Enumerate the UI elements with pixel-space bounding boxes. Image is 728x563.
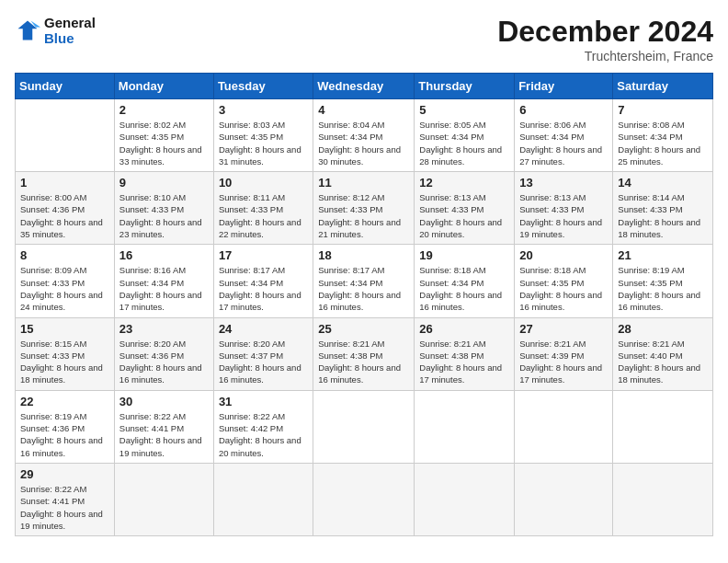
location: Truchtersheim, France [497,49,713,63]
calendar-cell: 12Sunrise: 8:13 AMSunset: 4:33 PMDayligh… [415,172,515,245]
day-info: Sunrise: 8:22 AMSunset: 4:41 PMDaylight:… [20,483,109,532]
day-number: 14 [618,176,708,190]
day-info: Sunrise: 8:17 AMSunset: 4:34 PMDaylight:… [219,264,308,313]
calendar-cell: 5Sunrise: 8:05 AMSunset: 4:34 PMDaylight… [415,99,515,172]
calendar-cell: 4Sunrise: 8:04 AMSunset: 4:34 PMDaylight… [313,99,415,172]
day-number: 26 [419,322,509,336]
day-number: 13 [519,176,608,190]
calendar-cell: 17Sunrise: 8:17 AMSunset: 4:34 PMDayligh… [213,245,313,317]
day-number: 3 [219,103,308,117]
day-info: Sunrise: 8:21 AMSunset: 4:39 PMDaylight:… [519,338,608,386]
header-day-sunday: Sunday [16,74,115,99]
calendar-cell: 13Sunrise: 8:13 AMSunset: 4:33 PMDayligh… [515,172,613,245]
calendar-cell [313,463,415,535]
calendar-cell [613,390,713,463]
calendar-cell: 21Sunrise: 8:19 AMSunset: 4:35 PMDayligh… [613,245,713,317]
calendar-cell: 23Sunrise: 8:20 AMSunset: 4:36 PMDayligh… [114,317,213,390]
day-info: Sunrise: 8:21 AMSunset: 4:38 PMDaylight:… [419,338,509,386]
calendar-week-5: 22Sunrise: 8:19 AMSunset: 4:36 PMDayligh… [16,390,713,463]
day-info: Sunrise: 8:18 AMSunset: 4:34 PMDaylight:… [419,264,509,313]
calendar-cell: 30Sunrise: 8:22 AMSunset: 4:41 PMDayligh… [114,390,213,463]
header-day-tuesday: Tuesday [213,74,313,99]
calendar-cell: 28Sunrise: 8:21 AMSunset: 4:40 PMDayligh… [613,317,713,390]
day-info: Sunrise: 8:13 AMSunset: 4:33 PMDaylight:… [519,191,608,240]
logo: General Blue [15,15,96,46]
day-number: 4 [318,103,409,117]
day-info: Sunrise: 8:03 AMSunset: 4:35 PMDaylight:… [219,119,308,167]
calendar-header-row: SundayMondayTuesdayWednesdayThursdayFrid… [16,74,713,99]
calendar-table: SundayMondayTuesdayWednesdayThursdayFrid… [15,73,713,536]
calendar-cell [16,99,115,172]
calendar-cell: 1Sunrise: 8:00 AMSunset: 4:36 PMDaylight… [16,172,115,245]
calendar-week-2: 1Sunrise: 8:00 AMSunset: 4:36 PMDaylight… [16,172,713,245]
day-number: 10 [219,176,308,190]
day-number: 29 [20,467,109,481]
day-info: Sunrise: 8:16 AMSunset: 4:34 PMDaylight:… [119,264,209,313]
calendar-cell [515,390,613,463]
day-number: 11 [318,176,409,190]
calendar-cell: 18Sunrise: 8:17 AMSunset: 4:34 PMDayligh… [313,245,415,317]
calendar-cell: 11Sunrise: 8:12 AMSunset: 4:33 PMDayligh… [313,172,415,245]
calendar-cell: 22Sunrise: 8:19 AMSunset: 4:36 PMDayligh… [16,390,115,463]
calendar-cell [415,463,515,535]
day-number: 21 [618,248,708,262]
day-number: 12 [419,176,509,190]
header-day-saturday: Saturday [613,74,713,99]
calendar-week-6: 29Sunrise: 8:22 AMSunset: 4:41 PMDayligh… [16,463,713,535]
header-day-monday: Monday [114,74,213,99]
calendar-cell: 8Sunrise: 8:09 AMSunset: 4:33 PMDaylight… [16,245,115,317]
day-number: 1 [20,176,109,190]
day-info: Sunrise: 8:20 AMSunset: 4:37 PMDaylight:… [219,338,308,386]
logo-icon [15,17,40,43]
day-number: 18 [318,248,409,262]
calendar-cell: 19Sunrise: 8:18 AMSunset: 4:34 PMDayligh… [415,245,515,317]
day-info: Sunrise: 8:21 AMSunset: 4:38 PMDaylight:… [318,338,409,386]
day-info: Sunrise: 8:14 AMSunset: 4:33 PMDaylight:… [618,191,708,240]
day-number: 19 [419,248,509,262]
day-number: 28 [618,322,708,336]
calendar-cell: 27Sunrise: 8:21 AMSunset: 4:39 PMDayligh… [515,317,613,390]
day-info: Sunrise: 8:17 AMSunset: 4:34 PMDaylight:… [318,264,409,313]
calendar-cell: 15Sunrise: 8:15 AMSunset: 4:33 PMDayligh… [16,317,115,390]
calendar-cell: 26Sunrise: 8:21 AMSunset: 4:38 PMDayligh… [415,317,515,390]
day-number: 8 [20,248,109,262]
day-number: 24 [219,322,308,336]
title-area: December 2024 Truchtersheim, France [497,15,713,63]
day-info: Sunrise: 8:19 AMSunset: 4:36 PMDaylight:… [20,410,109,459]
day-info: Sunrise: 8:08 AMSunset: 4:34 PMDaylight:… [618,119,708,167]
logo-text: General Blue [44,15,96,46]
calendar-cell [313,390,415,463]
calendar-week-1: 2Sunrise: 8:02 AMSunset: 4:35 PMDaylight… [16,99,713,172]
day-number: 25 [318,322,409,336]
day-number: 20 [519,248,608,262]
day-number: 2 [119,103,209,117]
day-info: Sunrise: 8:22 AMSunset: 4:41 PMDaylight:… [119,410,209,459]
day-info: Sunrise: 8:06 AMSunset: 4:34 PMDaylight:… [519,119,608,167]
day-number: 7 [618,103,708,117]
calendar-cell: 31Sunrise: 8:22 AMSunset: 4:42 PMDayligh… [213,390,313,463]
month-year: December 2024 [497,15,713,49]
calendar-week-4: 15Sunrise: 8:15 AMSunset: 4:33 PMDayligh… [16,317,713,390]
calendar-cell: 10Sunrise: 8:11 AMSunset: 4:33 PMDayligh… [213,172,313,245]
day-number: 27 [519,322,608,336]
day-info: Sunrise: 8:09 AMSunset: 4:33 PMDaylight:… [20,264,109,313]
day-info: Sunrise: 8:12 AMSunset: 4:33 PMDaylight:… [318,191,409,240]
calendar-cell [515,463,613,535]
day-info: Sunrise: 8:13 AMSunset: 4:33 PMDaylight:… [419,191,509,240]
calendar-cell [415,390,515,463]
day-info: Sunrise: 8:15 AMSunset: 4:33 PMDaylight:… [20,338,109,386]
calendar-cell: 9Sunrise: 8:10 AMSunset: 4:33 PMDaylight… [114,172,213,245]
day-info: Sunrise: 8:04 AMSunset: 4:34 PMDaylight:… [318,119,409,167]
calendar-cell: 20Sunrise: 8:18 AMSunset: 4:35 PMDayligh… [515,245,613,317]
calendar-cell: 14Sunrise: 8:14 AMSunset: 4:33 PMDayligh… [613,172,713,245]
day-info: Sunrise: 8:00 AMSunset: 4:36 PMDaylight:… [20,191,109,240]
day-number: 15 [20,322,109,336]
calendar-cell [613,463,713,535]
day-info: Sunrise: 8:10 AMSunset: 4:33 PMDaylight:… [119,191,209,240]
calendar-cell: 6Sunrise: 8:06 AMSunset: 4:34 PMDaylight… [515,99,613,172]
calendar-cell: 2Sunrise: 8:02 AMSunset: 4:35 PMDaylight… [114,99,213,172]
day-info: Sunrise: 8:19 AMSunset: 4:35 PMDaylight:… [618,264,708,313]
calendar-cell: 16Sunrise: 8:16 AMSunset: 4:34 PMDayligh… [114,245,213,317]
calendar-cell: 25Sunrise: 8:21 AMSunset: 4:38 PMDayligh… [313,317,415,390]
day-info: Sunrise: 8:02 AMSunset: 4:35 PMDaylight:… [119,119,209,167]
